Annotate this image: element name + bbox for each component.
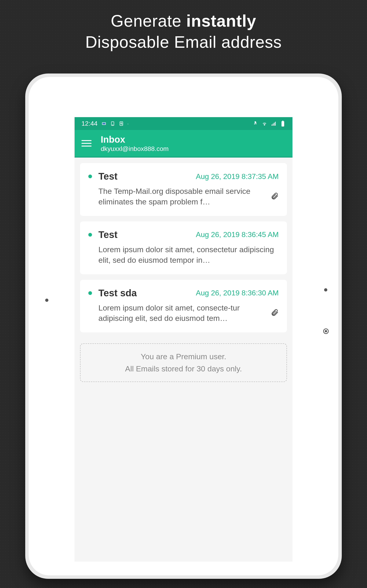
email-sender: Test <box>98 229 117 240</box>
mute-icon <box>252 121 258 126</box>
promo-headline: Generate instantly Disposable Email addr… <box>0 0 367 52</box>
promo-line1: Generate instantly <box>0 11 367 30</box>
status-bar: 12:44 · <box>75 117 292 130</box>
promo-text: Generate <box>111 12 186 30</box>
current-email: dkyuxxl@inbox888.com <box>101 145 169 153</box>
page-title: Inbox <box>101 134 169 145</box>
promo-line2: Disposable Email address <box>0 33 367 52</box>
app-icon <box>110 121 115 126</box>
email-timestamp: Aug 26, 2019 8:37:35 AM <box>196 172 279 181</box>
app-header: Inbox dkyuxxl@inbox888.com <box>75 130 292 157</box>
svg-rect-11 <box>282 121 284 121</box>
email-sender: Test <box>98 171 117 182</box>
email-timestamp: Aug 26, 2019 8:36:30 AM <box>196 289 279 297</box>
status-time: 12:44 <box>81 120 98 127</box>
unread-dot-icon <box>88 233 92 237</box>
premium-note: All Emails stored for 30 days only. <box>85 364 282 373</box>
email-sender: Test sda <box>98 288 137 299</box>
svg-rect-7 <box>273 124 273 126</box>
tablet-frame: 12:44 · <box>25 73 342 579</box>
tablet-button-top <box>324 288 327 292</box>
promo-bold: instantly <box>186 12 256 30</box>
email-preview: Lorem ipsum dolor sit amet, consectetur … <box>98 244 279 266</box>
status-icons-left: · <box>101 121 129 126</box>
header-text: Inbox dkyuxxl@inbox888.com <box>101 134 169 153</box>
svg-rect-1 <box>102 123 106 124</box>
notification-icon <box>101 121 107 126</box>
signal-icon <box>271 121 276 126</box>
svg-rect-3 <box>120 122 123 126</box>
status-icons-right <box>252 121 286 126</box>
svg-rect-9 <box>275 122 276 126</box>
more-dot-icon: · <box>127 121 129 126</box>
email-item[interactable]: Test Aug 26, 2019 8:36:45 AM Lorem ipsum… <box>80 221 287 274</box>
battery-icon <box>280 121 286 126</box>
email-item[interactable]: Test Aug 26, 2019 8:37:35 AM The Temp-Ma… <box>80 163 287 216</box>
premium-banner: You are a Premium user. All Emails store… <box>80 343 287 382</box>
app-screen: 12:44 · <box>75 117 292 562</box>
tablet-inner: 12:44 · <box>29 77 338 575</box>
svg-rect-8 <box>274 123 275 126</box>
email-preview: The Temp-Mail.org disposable email servi… <box>98 186 266 207</box>
svg-rect-10 <box>282 121 284 127</box>
search-doc-icon <box>119 121 124 126</box>
menu-button[interactable] <box>81 138 92 148</box>
email-timestamp: Aug 26, 2019 8:36:45 AM <box>196 230 279 239</box>
tablet-button-home <box>323 329 329 334</box>
unread-dot-icon <box>88 174 92 178</box>
email-list: Test Aug 26, 2019 8:37:35 AM The Temp-Ma… <box>75 157 292 343</box>
tablet-camera-dot <box>45 299 48 302</box>
svg-rect-6 <box>272 124 272 126</box>
unread-dot-icon <box>88 291 92 295</box>
email-preview: Lorem ipsum dolor sit amet, consecte-tur… <box>98 303 266 324</box>
svg-point-5 <box>264 125 265 125</box>
wifi-icon <box>262 121 267 126</box>
email-item[interactable]: Test sda Aug 26, 2019 8:36:30 AM Lorem i… <box>80 280 287 333</box>
attachment-icon <box>270 309 279 318</box>
attachment-icon <box>270 192 279 201</box>
premium-status: You are a Premium user. <box>85 352 282 361</box>
